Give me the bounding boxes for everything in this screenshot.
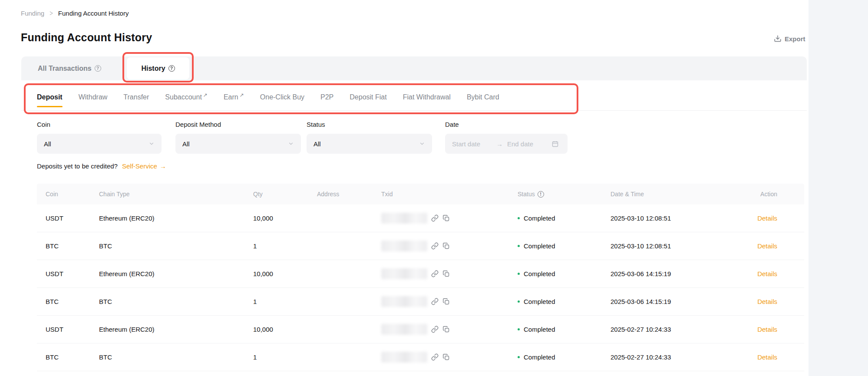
cell-txid — [381, 268, 518, 279]
cell-datetime: 2025-02-27 10:24:33 — [611, 353, 756, 361]
cell-chain-type: Ethereum (ERC20) — [99, 214, 253, 222]
subtab-bar: DepositWithdrawTransferSubaccount↗Earn↗O… — [37, 85, 499, 110]
status-dot — [518, 300, 520, 303]
link-icon[interactable] — [431, 353, 439, 361]
notice-text: Deposits yet to be credited? — [37, 162, 118, 170]
details-link[interactable]: Details — [757, 326, 777, 333]
select-value: All — [44, 140, 149, 148]
redacted-txid — [381, 268, 427, 279]
arrow-right-icon: → — [496, 140, 503, 148]
filter-label: Status — [307, 121, 432, 128]
deposit-method-select[interactable]: All — [175, 134, 301, 154]
col-header-qty: Qty — [253, 191, 317, 198]
col-header-status-label: Status — [518, 191, 535, 198]
details-link[interactable]: Details — [757, 214, 777, 222]
col-header-chain-type: Chain Type — [99, 191, 253, 198]
help-icon[interactable]: ? — [168, 65, 175, 72]
filter-status: Status All — [307, 121, 432, 154]
subtab-earn[interactable]: Earn↗ — [224, 85, 244, 110]
copy-icon[interactable] — [442, 298, 450, 305]
breadcrumb-current: Funding Account History — [58, 10, 129, 17]
table-body: USDTEthereum (ERC20)10,000Completed2025-… — [37, 204, 804, 371]
col-header-action: Action — [756, 191, 804, 198]
filter-coin: Coin All — [37, 121, 162, 154]
chevron-down-icon — [149, 141, 155, 147]
copy-icon[interactable] — [442, 242, 450, 250]
breadcrumb: Funding > Funding Account History — [21, 10, 129, 17]
cell-status: Completed — [518, 326, 611, 333]
tab-label: History — [141, 65, 165, 73]
external-link-icon: ↗ — [203, 92, 208, 98]
info-icon[interactable]: ! — [538, 191, 544, 198]
help-icon[interactable]: ? — [95, 65, 101, 72]
subtab-one-click-buy[interactable]: One-Click Buy — [260, 85, 304, 110]
history-table: Coin Chain Type Qty Address Txid Status … — [37, 184, 804, 371]
col-header-status: Status ! — [518, 191, 611, 198]
table-row: USDTEthereum (ERC20)10,000Completed2025-… — [37, 260, 804, 288]
filter-label: Coin — [37, 121, 162, 128]
cell-coin: USDT — [46, 326, 99, 333]
coin-select[interactable]: All — [37, 134, 162, 154]
subtab-deposit-fiat[interactable]: Deposit Fiat — [350, 85, 386, 110]
subtab-subaccount[interactable]: Subaccount↗ — [165, 85, 208, 110]
copy-icon[interactable] — [442, 353, 450, 361]
cell-coin: BTC — [46, 298, 99, 305]
subtab-p2p[interactable]: P2P — [320, 85, 333, 110]
cell-txid — [381, 241, 518, 251]
self-service-link[interactable]: Self-Service → — [122, 162, 166, 170]
link-icon[interactable] — [431, 214, 439, 222]
deposit-notice: Deposits yet to be credited? Self-Servic… — [37, 162, 166, 170]
cell-chain-type: Ethereum (ERC20) — [99, 326, 253, 333]
copy-icon[interactable] — [442, 270, 450, 277]
subtab-label: Earn — [224, 93, 238, 101]
col-header-address: Address — [317, 191, 381, 198]
cell-coin: USDT — [46, 214, 99, 222]
copy-icon[interactable] — [442, 214, 450, 222]
link-icon[interactable] — [431, 242, 439, 250]
details-link[interactable]: Details — [757, 270, 777, 277]
cell-datetime: 2025-02-27 10:24:33 — [611, 326, 756, 333]
details-link[interactable]: Details — [757, 298, 777, 305]
copy-icon[interactable] — [442, 326, 450, 333]
chevron-down-icon — [419, 141, 425, 147]
page-title: Funding Account History — [21, 31, 152, 44]
details-link[interactable]: Details — [757, 353, 777, 361]
end-date-input[interactable] — [507, 140, 547, 148]
status-select[interactable]: All — [307, 134, 432, 154]
table-row: BTCBTC1Completed2025-03-06 14:15:19Detai… — [37, 288, 804, 316]
start-date-input[interactable] — [452, 140, 492, 148]
cell-datetime: 2025-03-06 14:15:19 — [611, 298, 756, 305]
link-icon[interactable] — [431, 326, 439, 333]
cell-txid — [381, 296, 518, 307]
status-dot — [518, 273, 520, 275]
cell-coin: BTC — [46, 242, 99, 250]
subtab-label: Fiat Withdrawal — [403, 93, 451, 101]
redacted-txid — [381, 296, 427, 307]
tab-all-transactions[interactable]: All Transactions ? — [38, 56, 101, 80]
subtab-deposit[interactable]: Deposit — [37, 85, 63, 110]
status-label: Completed — [524, 270, 555, 277]
export-button[interactable]: Export — [774, 35, 805, 43]
status-label: Completed — [524, 242, 555, 250]
status-label: Completed — [524, 353, 555, 361]
table-row: BTCBTC1Completed2025-02-27 10:24:33Detai… — [37, 343, 804, 371]
subtab-fiat-withdrawal[interactable]: Fiat Withdrawal — [403, 85, 451, 110]
subtab-label: P2P — [320, 93, 333, 101]
cell-chain-type: Ethereum (ERC20) — [99, 270, 253, 277]
link-icon[interactable] — [431, 298, 439, 305]
cell-action: Details — [756, 353, 804, 361]
subtab-transfer[interactable]: Transfer — [123, 85, 149, 110]
date-range-picker[interactable]: → — [445, 134, 568, 154]
cell-action: Details — [756, 214, 804, 222]
calendar-icon[interactable] — [551, 140, 559, 148]
details-link[interactable]: Details — [757, 242, 777, 250]
link-icon[interactable] — [431, 270, 439, 277]
breadcrumb-funding[interactable]: Funding — [21, 10, 44, 17]
status-dot — [518, 217, 520, 219]
cell-txid — [381, 352, 518, 363]
subtab-withdraw[interactable]: Withdraw — [79, 85, 108, 110]
cell-qty: 1 — [253, 353, 317, 361]
tab-history[interactable]: History ? — [127, 57, 189, 79]
cell-chain-type: BTC — [99, 242, 253, 250]
subtab-bybit-card[interactable]: Bybit Card — [467, 85, 499, 110]
